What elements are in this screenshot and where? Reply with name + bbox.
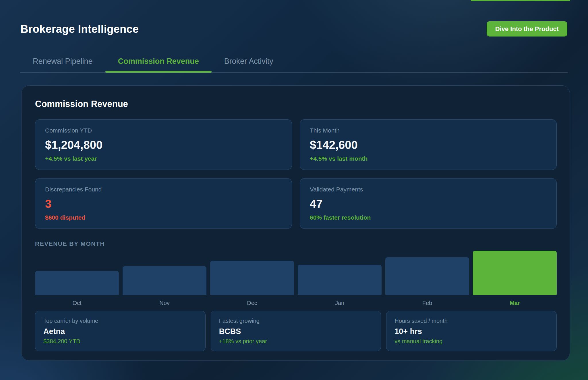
stat-value: $1,204,800 (45, 139, 282, 151)
stat-delta: $600 disputed (45, 214, 282, 221)
stat-card: Commission YTD $1,204,800 +4.5% vs last … (35, 119, 292, 170)
stat-label: Validated Payments (310, 186, 547, 193)
revenue-by-month-label: REVENUE BY MONTH (35, 240, 557, 247)
tab-commission-revenue[interactable]: Commission Revenue (105, 56, 212, 72)
bar-label: Nov (123, 300, 206, 306)
stat-delta: 60% faster resolution (310, 214, 547, 221)
tab-broker-activity[interactable]: Broker Activity (212, 56, 286, 72)
bar-column: Jan (298, 265, 382, 306)
insight-label: Fastest growing (219, 318, 373, 324)
bar (123, 266, 206, 295)
revenue-bar-chart: OctNovDecJanFebMar (35, 251, 557, 306)
insights-grid: Top carrier by volume Aetna $384,200 YTD… (35, 311, 557, 351)
insight-card: Fastest growing BCBS +18% vs prior year (211, 311, 381, 351)
insight-label: Top carrier by volume (43, 318, 197, 324)
commission-revenue-panel: Commission Revenue Commission YTD $1,204… (21, 85, 570, 361)
bar-column: Oct (35, 271, 119, 306)
page-title: Brokerage Intelligence (20, 23, 139, 35)
bar-label: Jan (298, 300, 382, 306)
bar-column: Feb (385, 257, 469, 306)
panel-heading: Commission Revenue (35, 99, 557, 109)
insight-sub: +18% vs prior year (219, 338, 373, 345)
stat-delta: +4.5% vs last year (45, 155, 282, 162)
insight-value: Aetna (43, 327, 197, 336)
stat-value: 3 (45, 197, 282, 210)
insight-value: BCBS (219, 327, 373, 336)
insight-value: 10+ hrs (394, 327, 548, 336)
stat-value: 47 (310, 197, 547, 210)
stat-card: This Month $142,600 +4.5% vs last month (300, 119, 557, 170)
stat-delta: +4.5% vs last month (310, 155, 547, 162)
bar-label: Mar (473, 300, 557, 306)
bar-column: Nov (123, 266, 206, 306)
stats-grid: Commission YTD $1,204,800 +4.5% vs last … (35, 119, 557, 229)
tab-bar: Renewal Pipeline Commission Revenue Brok… (20, 56, 568, 73)
bar-highlighted (473, 251, 557, 295)
bar-label: Oct (35, 300, 119, 306)
bar-column: Mar (473, 251, 557, 306)
insight-card: Top carrier by volume Aetna $384,200 YTD (35, 311, 206, 351)
insight-sub: vs manual tracking (394, 338, 548, 345)
bar (298, 265, 382, 295)
insight-label: Hours saved / month (394, 318, 548, 324)
bar (210, 261, 294, 295)
bar-column: Dec (210, 261, 294, 306)
bar-label: Dec (210, 300, 294, 306)
bar-label: Feb (385, 300, 469, 306)
stat-label: This Month (310, 127, 547, 134)
insight-card: Hours saved / month 10+ hrs vs manual tr… (386, 311, 557, 351)
dive-into-product-button[interactable]: Dive Into the Product (487, 21, 567, 37)
tab-renewal-pipeline[interactable]: Renewal Pipeline (20, 56, 105, 72)
stat-label: Discrepancies Found (45, 186, 282, 193)
insight-sub: $384,200 YTD (43, 338, 197, 345)
stat-value: $142,600 (310, 139, 547, 151)
stat-card: Discrepancies Found 3 $600 disputed (35, 178, 292, 229)
top-accent-strip (471, 0, 570, 1)
stat-label: Commission YTD (45, 127, 282, 134)
bar (35, 271, 119, 295)
stat-card: Validated Payments 47 60% faster resolut… (300, 178, 557, 229)
bar (385, 257, 469, 295)
